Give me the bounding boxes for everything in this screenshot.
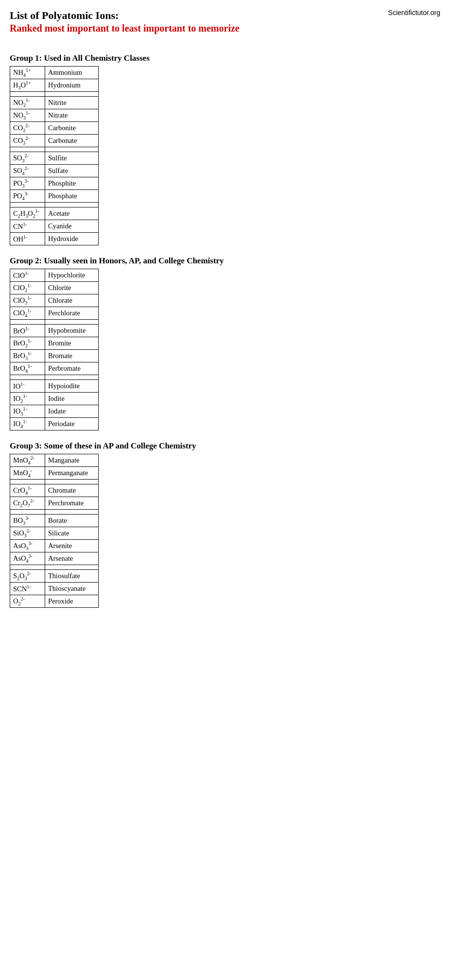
name-cell: Perchlorate (45, 307, 99, 319)
name-cell: Iodate (45, 405, 99, 417)
spacer-cell (45, 91, 99, 96)
formula-cell: ClO1- (10, 269, 45, 281)
table-row: NO21-Nitrite (10, 96, 99, 109)
table-row: SO32-Sulfite (10, 152, 99, 164)
name-cell: Chlorite (45, 281, 99, 294)
table-row: IO21-Iodite (10, 392, 99, 405)
name-cell: Cyanide (45, 220, 99, 232)
spacer-cell (10, 509, 45, 514)
spacer-cell (45, 319, 99, 324)
subtitle: Ranked most important to least important… (10, 23, 240, 34)
table-row (10, 319, 99, 324)
formula-cell: MnO4- (10, 466, 45, 479)
table-row: NO31-Nitrate (10, 109, 99, 121)
table-row: AsO43-Arsenate (10, 552, 99, 565)
spacer-cell (10, 319, 45, 324)
formula-cell: BrO1- (10, 324, 45, 337)
name-cell: Borate (45, 514, 99, 527)
table-row: SO42-Sulfate (10, 164, 99, 177)
name-cell: Hypochlorite (45, 269, 99, 281)
formula-cell: CO32- (10, 134, 45, 147)
name-cell: Permanganate (45, 466, 99, 479)
formula-cell: BrO31- (10, 349, 45, 362)
spacer-cell (45, 509, 99, 514)
formula-cell: O22- (10, 595, 45, 607)
table-row: CrO41-Chromate (10, 484, 99, 497)
formula-cell: ClO21- (10, 281, 45, 294)
table-row: ClO1-Hypochlorite (10, 269, 99, 281)
formula-cell: CO22- (10, 121, 45, 134)
spacer-cell (45, 147, 99, 152)
name-cell: Periodate (45, 417, 99, 430)
table-row: PO43-Phosphate (10, 189, 99, 202)
table-row: BrO21-Bromite (10, 337, 99, 349)
name-cell: Nitrite (45, 96, 99, 109)
table-row: O22-Peroxide (10, 595, 99, 607)
spacer-cell (10, 375, 45, 379)
table-row: PO33-Phosphite (10, 177, 99, 189)
table-row: C2H3O21-Acetate (10, 207, 99, 220)
table-row: SiO32-Silicate (10, 527, 99, 539)
formula-cell: BrO21- (10, 337, 45, 349)
formula-cell: BO33- (10, 514, 45, 527)
formula-cell: H3O1+ (10, 79, 45, 91)
name-cell: Arsenite (45, 539, 99, 552)
name-cell: Chlorate (45, 294, 99, 307)
table-row: BrO31-Bromate (10, 349, 99, 362)
formula-cell: CN1- (10, 220, 45, 232)
table-row: AsO33-Arsenite (10, 539, 99, 552)
name-cell: Acetate (45, 207, 99, 220)
formula-cell: CrO41- (10, 484, 45, 497)
spacer-cell (10, 202, 45, 207)
group3-section: Group 3: Some of these in AP and College… (10, 441, 440, 608)
formula-cell: ClO31- (10, 294, 45, 307)
formula-cell: NO31- (10, 109, 45, 121)
formula-cell: NH41+ (10, 66, 45, 79)
table-row: IO31-Iodate (10, 405, 99, 417)
table-row (10, 565, 99, 569)
table-row: S2O32-Thiosulfate (10, 569, 99, 582)
name-cell: Chromate (45, 484, 99, 497)
name-cell: Perchromate (45, 497, 99, 509)
spacer-cell (45, 479, 99, 484)
formula-cell: IO21- (10, 392, 45, 405)
name-cell: Phosphate (45, 189, 99, 202)
name-cell: Thiosulfate (45, 569, 99, 582)
spacer-cell (45, 375, 99, 379)
formula-cell: C2H3O21- (10, 207, 45, 220)
table-row: MnO42-Manganate (10, 454, 99, 466)
table-row: IO1-Hypoiodite (10, 379, 99, 392)
formula-cell: PO33- (10, 177, 45, 189)
table-row: SCN1-Thioscyanate (10, 582, 99, 595)
formula-cell: PO43- (10, 189, 45, 202)
name-cell: Iodite (45, 392, 99, 405)
table-row: ClO41-Perchlorate (10, 307, 99, 319)
table-row (10, 147, 99, 152)
table-row (10, 91, 99, 96)
group1-section-table: NH41+AmmoniumH3O1+HydroniumNO21-NitriteN… (10, 66, 99, 245)
name-cell: Hydronium (45, 79, 99, 91)
formula-cell: IO31- (10, 405, 45, 417)
name-cell: Perbromate (45, 362, 99, 375)
name-cell: Silicate (45, 527, 99, 539)
table-row (10, 479, 99, 484)
table-row: NH41+Ammonium (10, 66, 99, 79)
header: List of Polyatomic Ions: Ranked most imp… (10, 9, 440, 43)
table-row: ClO31-Chlorate (10, 294, 99, 307)
name-cell: Carbonite (45, 121, 99, 134)
name-cell: Hydroxide (45, 232, 99, 245)
site-name: Scientifictutor.org (388, 9, 440, 17)
page-title: List of Polyatomic Ions: (10, 9, 240, 23)
group3-section-table: MnO42-ManganateMnO4-PermanganateCrO41-Ch… (10, 454, 99, 608)
name-cell: Hypobromite (45, 324, 99, 337)
table-row (10, 202, 99, 207)
spacer-cell (45, 565, 99, 569)
group3-section-heading: Group 3: Some of these in AP and College… (10, 441, 440, 451)
group2-section-heading: Group 2: Usually seen in Honors, AP, and… (10, 256, 440, 266)
group2-section: Group 2: Usually seen in Honors, AP, and… (10, 256, 440, 430)
name-cell: Peroxide (45, 595, 99, 607)
table-row: BrO1-Hypobromite (10, 324, 99, 337)
name-cell: Ammonium (45, 66, 99, 79)
name-cell: Bromite (45, 337, 99, 349)
name-cell: Bromate (45, 349, 99, 362)
